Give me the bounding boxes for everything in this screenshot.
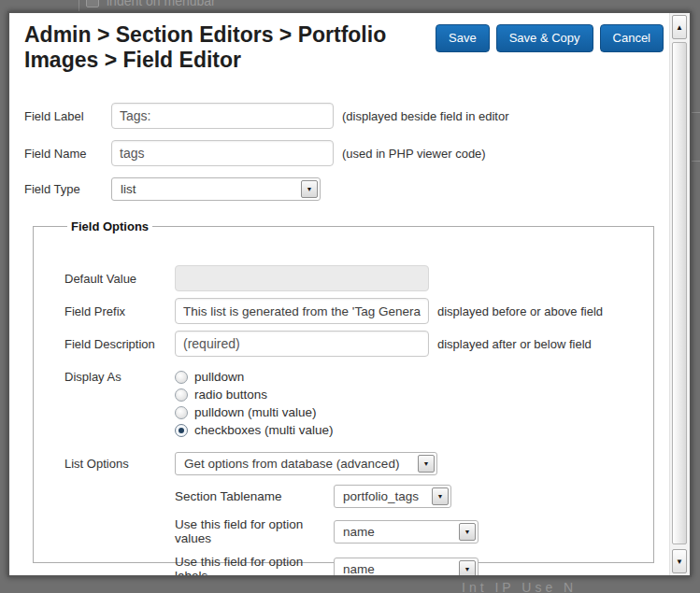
option-values-label: Use this field for option values	[175, 517, 334, 545]
field-options-fieldset: Field Options Default Value Field Prefix…	[33, 219, 654, 563]
field-name-label: Field Name	[24, 147, 111, 161]
scroll-down-icon[interactable]: ▼	[672, 549, 687, 573]
field-description-label: Field Description	[64, 337, 175, 351]
field-type-label: Field Type	[24, 182, 111, 196]
save-button[interactable]: Save	[436, 24, 490, 52]
field-label-note: (displayed beside field in editor	[342, 109, 509, 123]
default-value-label: Default Value	[64, 272, 175, 286]
scrollbar-thumb[interactable]	[672, 42, 687, 544]
field-options-legend: Field Options	[67, 219, 152, 233]
field-name-note: (used in PHP viewer code)	[342, 147, 486, 161]
display-as-label: Display As	[64, 370, 175, 437]
background-bottom-text: Int IP Use N	[462, 580, 577, 593]
background-checkbox-icon	[86, 0, 99, 7]
list-options-row: List Options Get options from database (…	[64, 452, 653, 475]
list-options-label: List Options	[64, 457, 175, 471]
field-label-input[interactable]	[111, 103, 334, 129]
option-labels-selected-value: name	[343, 562, 455, 576]
dialog-scrollbar[interactable]: ▲ ▼	[669, 13, 690, 575]
display-as-row: Display As pulldown radio buttons pulldo…	[64, 370, 653, 437]
option-values-row: Use this field for option values name ▼	[175, 517, 653, 545]
field-description-input[interactable]	[175, 331, 429, 357]
radio-option-label: checkboxes (multi value)	[194, 423, 334, 437]
background-menubar-text: indent on menubar	[107, 0, 216, 8]
list-options-subrows: Section Tablename portfolio_tags ▼ Use t…	[175, 485, 653, 575]
default-value-input[interactable]	[175, 265, 429, 291]
radio-selected-icon[interactable]	[175, 424, 188, 437]
radio-icon[interactable]	[175, 371, 188, 384]
radio-option-label: pulldown (multi value)	[194, 405, 317, 419]
option-labels-label: Use this field for option labels	[175, 555, 334, 575]
field-label-row: Field Label (displayed beside field in e…	[24, 103, 664, 129]
option-labels-select[interactable]: name ▼	[334, 558, 479, 576]
radio-option-pulldown-multi[interactable]: pulldown (multi value)	[175, 405, 334, 419]
background-line	[691, 161, 700, 162]
field-type-selected-value: list	[121, 182, 297, 196]
field-description-note: displayed after or below field	[437, 337, 592, 351]
dialog-content: Admin > Section Editors > Portfolio Imag…	[9, 13, 669, 575]
default-value-row: Default Value	[64, 265, 653, 291]
list-options-select[interactable]: Get options from database (advanced) ▼	[175, 452, 437, 475]
field-name-input[interactable]	[111, 140, 334, 166]
field-label-label: Field Label	[24, 109, 111, 123]
field-type-row: Field Type list ▼	[24, 177, 664, 201]
radio-icon[interactable]	[175, 406, 188, 419]
radio-option-pulldown[interactable]: pulldown	[175, 370, 334, 384]
option-values-select[interactable]: name ▼	[334, 520, 479, 544]
radio-option-label: pulldown	[194, 370, 244, 384]
chevron-down-icon[interactable]: ▼	[301, 180, 318, 198]
chevron-down-icon[interactable]: ▼	[418, 455, 435, 473]
chevron-down-icon[interactable]: ▼	[432, 487, 449, 505]
chevron-down-icon[interactable]: ▼	[459, 523, 476, 541]
field-type-select[interactable]: list ▼	[111, 177, 321, 201]
background-line	[691, 112, 700, 113]
field-description-row: Field Description displayed after or bel…	[64, 331, 653, 357]
page-title: Admin > Section Editors > Portfolio Imag…	[24, 22, 436, 73]
field-prefix-input[interactable]	[175, 298, 429, 324]
save-and-copy-button[interactable]: Save & Copy	[496, 24, 593, 52]
scroll-up-icon[interactable]: ▲	[672, 15, 687, 39]
section-tablename-select[interactable]: portfolio_tags ▼	[334, 485, 451, 508]
display-as-radio-group: pulldown radio buttons pulldown (multi v…	[175, 370, 334, 437]
field-prefix-label: Field Prefix	[64, 304, 175, 318]
field-name-row: Field Name (used in PHP viewer code)	[24, 140, 664, 166]
action-buttons: Save Save & Copy Cancel	[436, 24, 664, 52]
chevron-down-icon[interactable]: ▼	[459, 560, 476, 576]
section-tablename-selected-value: portfolio_tags	[343, 489, 428, 503]
option-labels-row: Use this field for option labels name ▼	[175, 555, 653, 575]
field-prefix-note: displayed before or above field	[437, 304, 603, 318]
field-prefix-row: Field Prefix displayed before or above f…	[64, 298, 653, 324]
option-values-selected-value: name	[343, 525, 455, 539]
radio-option-radio-buttons[interactable]: radio buttons	[175, 388, 334, 402]
field-editor-dialog: Admin > Section Editors > Portfolio Imag…	[7, 11, 692, 577]
section-tablename-row: Section Tablename portfolio_tags ▼	[175, 485, 653, 508]
cancel-button[interactable]: Cancel	[600, 24, 664, 52]
list-options-selected-value: Get options from database (advanced)	[184, 457, 414, 471]
radio-option-checkboxes-multi[interactable]: checkboxes (multi value)	[175, 423, 334, 437]
radio-icon[interactable]	[175, 388, 188, 402]
radio-option-label: radio buttons	[194, 388, 267, 402]
dialog-header: Admin > Section Editors > Portfolio Imag…	[24, 22, 664, 73]
section-tablename-label: Section Tablename	[175, 489, 334, 503]
